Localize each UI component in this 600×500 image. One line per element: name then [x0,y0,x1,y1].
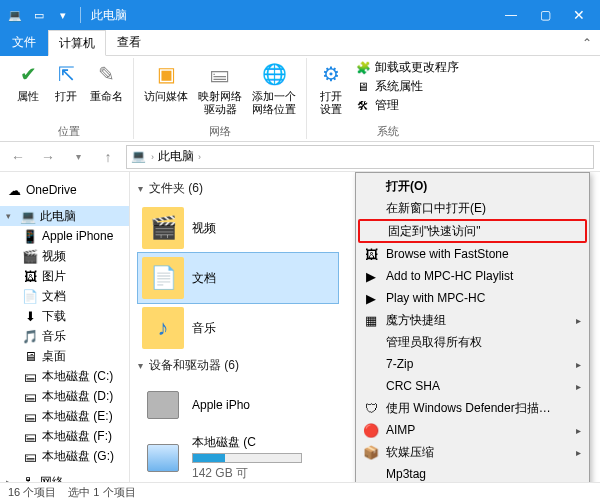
cm-7zip[interactable]: 7-Zip▸ [358,353,587,375]
add-network-location-button[interactable]: 🌐 添加一个 网络位置 [248,58,300,117]
open-settings-button[interactable]: ⚙ 打开 设置 [313,58,349,117]
device-iphone[interactable]: Apple iPho [138,380,338,430]
documents-icon: 📄 [22,288,38,304]
tree-thispc[interactable]: ▾💻此电脑 [0,206,129,226]
cm-take-ownership[interactable]: 管理员取得所有权 [358,331,587,353]
music-icon: 🎵 [22,328,38,344]
minimize-ribbon-icon[interactable]: ⌃ [582,36,592,50]
menu-file[interactable]: 文件 [0,30,48,56]
drive-icon: 🖴 [22,368,38,384]
grid-icon: ▦ [362,311,380,329]
cm-browse-faststone[interactable]: 🖼Browse with FastStone [358,243,587,265]
open-button[interactable]: ⇱ 打开 [48,58,84,105]
minimize-button[interactable]: — [494,0,528,30]
cm-defender[interactable]: 🛡使用 Windows Defender扫描… [358,397,587,419]
cm-add-mpc-playlist[interactable]: ▶Add to MPC-HC Playlist [358,265,587,287]
drive-icon: 🖴 [22,388,38,404]
mpc-icon: ▶ [362,289,380,307]
tree-onedrive[interactable]: ☁OneDrive [0,180,129,200]
cm-open-new-window[interactable]: 在新窗口中打开(E) [358,197,587,219]
drive-c[interactable]: 本地磁盘 (C142 GB 可 [138,430,338,482]
nav-history-dropdown[interactable]: ▾ [66,145,90,169]
desktop-icon: 🖥 [22,348,38,364]
compress-icon: 📦 [362,443,380,461]
expand-icon[interactable]: ▸ [6,477,16,482]
manage-button[interactable]: 🛠管理 [351,96,463,115]
system-props-button[interactable]: 🖥系统属性 [351,77,463,96]
expand-icon[interactable]: ▾ [6,211,16,221]
drive-icon: 🖴 [22,428,38,444]
content-pane[interactable]: ▾文件夹 (6) 🎬视频 📄文档 ♪音乐 ▾设备和驱动器 (6) Apple i… [130,172,600,482]
shield-icon: 🛡 [362,399,380,417]
system-icon[interactable]: 💻 [4,4,26,26]
drive-icon: 🖴 [206,60,234,88]
folder-music[interactable]: ♪音乐 [138,303,338,353]
cm-crc[interactable]: CRC SHA▸ [358,375,587,397]
nav-up[interactable]: ↑ [96,145,120,169]
device-icon [142,384,184,426]
context-menu: 打开(O) 在新窗口中打开(E) 固定到"快速访问" 🖼Browse with … [355,172,590,482]
drive-icon: 🖴 [22,448,38,464]
submenu-arrow-icon: ▸ [576,359,581,370]
chevron-down-icon: ▾ [138,360,143,371]
tree-network[interactable]: ▸🖧网络 [0,472,129,482]
tree-drive-e[interactable]: 🖴本地磁盘 (E:) [0,406,129,426]
cm-play-mpc[interactable]: ▶Play with MPC-HC [358,287,587,309]
navigation-tree[interactable]: ☁OneDrive ▾💻此电脑 📱Apple iPhone 🎬视频 🖼图片 📄文… [0,172,130,482]
group-label-network: 网络 [209,124,231,139]
open-icon: ⇱ [52,60,80,88]
tree-music[interactable]: 🎵音乐 [0,326,129,346]
uninstall-button[interactable]: 🧩卸载或更改程序 [351,58,463,77]
chevron-right-icon: › [198,152,201,162]
cm-pin-quick-access[interactable]: 固定到"快速访问" [358,219,587,243]
tree-documents[interactable]: 📄文档 [0,286,129,306]
rename-button[interactable]: ✎ 重命名 [86,58,127,105]
cm-soft-compress[interactable]: 📦软媒压缩▸ [358,441,587,463]
address-bar: ← → ▾ ↑ 💻 › 此电脑 › [0,142,600,172]
breadcrumb[interactable]: 💻 › 此电脑 › [126,145,594,169]
breadcrumb-item[interactable]: 此电脑 [158,148,194,165]
submenu-arrow-icon: ▸ [576,447,581,458]
properties-button[interactable]: ✔ 属性 [10,58,46,105]
nav-forward[interactable]: → [36,145,60,169]
tree-drive-c[interactable]: 🖴本地磁盘 (C:) [0,366,129,386]
folder-icon: 🎬 [142,207,184,249]
maximize-button[interactable]: ▢ [528,0,562,30]
cm-mp3tag[interactable]: Mp3tag [358,463,587,482]
tab-computer[interactable]: 计算机 [48,30,106,56]
close-button[interactable]: ✕ [562,0,596,30]
pictures-icon: 🖼 [22,268,38,284]
main-split: ☁OneDrive ▾💻此电脑 📱Apple iPhone 🎬视频 🖼图片 📄文… [0,172,600,482]
map-drive-button[interactable]: 🖴 映射网络 驱动器 [194,58,246,117]
ribbon-tabs: 文件 计算机 查看 ⌃ [0,30,600,56]
nav-back[interactable]: ← [6,145,30,169]
folder-videos[interactable]: 🎬视频 [138,203,338,253]
network-icon: 🖧 [20,474,36,482]
tree-drive-d[interactable]: 🖴本地磁盘 (D:) [0,386,129,406]
pc-icon: 💻 [131,149,147,165]
tree-pictures[interactable]: 🖼图片 [0,266,129,286]
status-bar: 16 个项目 选中 1 个项目 [0,482,600,500]
tab-view[interactable]: 查看 [106,30,152,56]
cm-magic-group[interactable]: ▦魔方快捷组▸ [358,309,587,331]
tree-drive-g[interactable]: 🖴本地磁盘 (G:) [0,446,129,466]
manage-icon: 🛠 [355,98,371,114]
qat-item[interactable]: ▭ [28,4,50,26]
group-label-location: 位置 [58,124,80,139]
aimp-icon: 🔴 [362,421,380,439]
tree-desktop[interactable]: 🖥桌面 [0,346,129,366]
tree-drive-f[interactable]: 🖴本地磁盘 (F:) [0,426,129,446]
tree-downloads[interactable]: ⬇下载 [0,306,129,326]
monitor-icon: 🖥 [355,79,371,95]
folder-icon: 📄 [142,257,184,299]
cm-open[interactable]: 打开(O) [358,175,587,197]
title-bar: 💻 ▭ ▾ 此电脑 — ▢ ✕ [0,0,600,30]
qat-dropdown[interactable]: ▾ [52,4,74,26]
access-media-button[interactable]: ▣ 访问媒体 [140,58,192,105]
cloud-icon: ☁ [6,182,22,198]
tree-iphone[interactable]: 📱Apple iPhone [0,226,129,246]
cm-aimp[interactable]: 🔴AIMP▸ [358,419,587,441]
folder-documents[interactable]: 📄文档 [138,253,338,303]
phone-icon: 📱 [22,228,38,244]
tree-videos[interactable]: 🎬视频 [0,246,129,266]
